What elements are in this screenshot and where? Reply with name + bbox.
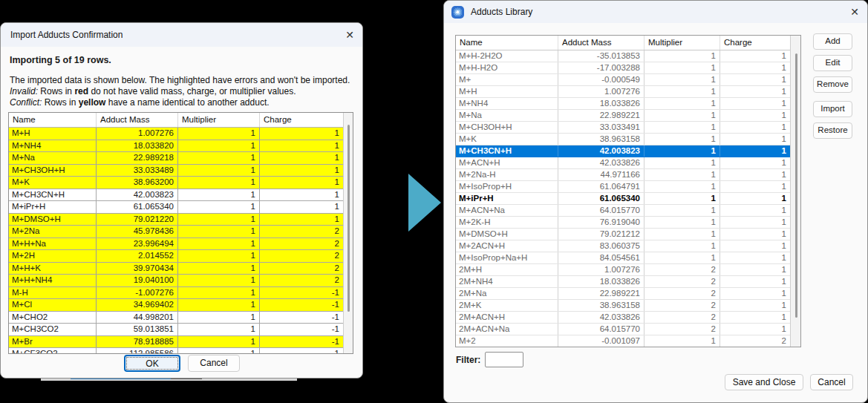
cell-name: M+Na [456,110,558,121]
table-row[interactable]: M+H1.00727611 [9,128,343,140]
add-button[interactable]: Add [813,33,852,50]
column-header-multiplier[interactable]: Multiplier [645,36,720,50]
cell-multiplier: 1 [178,152,260,164]
cell-charge: 1 [260,201,343,213]
table-row[interactable]: M+2Na-H44.97116611 [456,169,790,181]
table-row[interactable]: M+NH418.03382011 [9,140,343,153]
cell-name: M+ [456,74,558,85]
table-row[interactable]: M+H+K39.97043412 [9,263,343,275]
column-header-name[interactable]: Name [456,36,558,50]
table-row[interactable]: M+ACN+Na64.01577011 [456,205,790,217]
cell-charge: 1 [720,229,790,240]
table-row[interactable]: M+IsoProp+Na+H84.05456111 [456,252,790,264]
cell-name: M+CH3OH+H [456,122,558,133]
table-row[interactable]: M+Na22.98922111 [456,110,790,122]
dialog-titlebar[interactable]: Import Adducts Confirmation ✕ [1,23,362,47]
column-header-adduct-mass[interactable]: Adduct Mass [558,36,645,50]
vertical-scrollbar[interactable] [790,36,800,347]
column-header-adduct-mass[interactable]: Adduct Mass [97,113,178,127]
table-row[interactable]: M+2ACN+H83.06037511 [456,240,790,252]
remove-button[interactable]: Remove [813,76,852,93]
cell-name: M+CF3CO2 [9,348,97,353]
table-row[interactable]: M+H+NH419.04010012 [9,275,343,287]
table-row[interactable]: M+2-0.00109712 [456,335,790,347]
cell-name: M+2ACN+H [456,240,558,252]
table-row[interactable]: M+Na22.98921811 [9,152,343,165]
cell-mass: 18.033826 [558,98,645,109]
ok-button[interactable]: OK [124,355,180,372]
table-row[interactable]: M+2Na45.97843612 [9,226,343,238]
table-row[interactable]: 2M+NH418.03382621 [456,276,790,288]
close-icon[interactable]: ✕ [842,6,867,18]
table-row[interactable]: 2M+K38.96315821 [456,300,790,312]
edit-button[interactable]: Edit [813,55,852,71]
table-row[interactable]: M+NH418.03382611 [456,98,790,110]
close-icon[interactable]: ✕ [337,29,362,41]
table-row[interactable]: M+DMSO+H79.02122011 [9,214,343,226]
table-row[interactable]: M-H-1.0072761-1 [9,287,343,300]
table-row[interactable]: M+CF3CO2112.9855861-1 [9,348,343,353]
table-row[interactable]: M+ACN+H42.03382611 [456,157,790,169]
table-row[interactable]: M+CHO244.9982011-1 [9,312,343,324]
scrollbar-thumb[interactable] [795,53,797,318]
table-row[interactable]: M+CH3CO259.0138511-1 [9,324,343,336]
cell-multiplier: 1 [645,335,720,347]
cell-multiplier: 1 [645,98,720,109]
cell-name: M+ACN+Na [456,205,558,216]
table-row[interactable]: M+H1.00727611 [456,86,790,98]
table-row[interactable]: M+H-H2O-17.00328811 [456,62,790,74]
cell-name: M+Br [9,336,97,348]
table-row[interactable]: M+K38.96320011 [9,177,343,189]
cell-name: 2M+K [456,300,558,311]
column-header-name[interactable]: Name [9,113,97,127]
cell-charge: -1 [260,287,343,299]
cell-name: M-H [9,287,97,299]
cancel-button[interactable]: Cancel [810,374,853,390]
table-row[interactable]: M+CH3CN+H42.00382311 [456,145,790,157]
cell-name: 2M+H [456,264,558,275]
save-and-close-button[interactable]: Save and Close [725,374,803,390]
cell-charge: 1 [260,140,343,152]
table-row[interactable]: M+CH3OH+H33.03349111 [456,122,790,134]
table-row[interactable]: M+H-2H2O-35.01385311 [456,50,790,62]
cell-multiplier: 1 [178,287,260,299]
cell-name: M+IsoProp+H [456,181,558,192]
table-row[interactable]: 2M+ACN+Na64.01577021 [456,324,790,335]
column-header-charge[interactable]: Charge [720,36,790,50]
cell-charge: 1 [720,181,790,192]
table-row[interactable]: M+CH3OH+H33.03348911 [9,165,343,177]
cell-mass: 1.007276 [97,128,178,140]
table-row[interactable]: M+2H2.01455212 [9,250,343,263]
restore-button[interactable]: Restore [813,122,852,139]
table-row[interactable]: 2M+ACN+H42.03382621 [456,312,790,324]
cell-mass: 84.054561 [558,252,645,263]
table-row[interactable]: M+iPr+H61.06534011 [9,201,343,214]
cell-mass: 64.015770 [558,205,645,216]
column-header-charge[interactable]: Charge [260,113,343,127]
vertical-scrollbar[interactable] [343,113,353,353]
table-row[interactable]: M+Br78.9188851-1 [9,336,343,349]
table-row[interactable]: 2M+H1.00727621 [456,264,790,276]
table-row[interactable]: M+K38.96315811 [456,134,790,145]
table-row[interactable]: M+iPr+H61.06534011 [456,193,790,205]
cancel-button[interactable]: Cancel [188,355,240,372]
table-row[interactable]: 2M+Na22.98922121 [456,288,790,300]
cell-mass: 42.033826 [558,157,645,168]
scrollbar-thumb[interactable] [347,125,350,312]
table-row[interactable]: M+2K-H76.91904011 [456,217,790,229]
cell-mass: 38.963158 [558,134,645,145]
table-row[interactable]: M+H+Na23.99649412 [9,238,343,251]
table-header: Name Adduct Mass Multiplier Charge [456,36,790,50]
table-row[interactable]: M+DMSO+H79.02121211 [456,229,790,240]
filter-input[interactable] [485,352,523,367]
cell-charge: 1 [720,98,790,109]
table-row[interactable]: M+IsoProp+H61.06479111 [456,181,790,193]
column-header-multiplier[interactable]: Multiplier [178,113,260,127]
table-row[interactable]: M+Cl34.9694021-1 [9,299,343,312]
import-button[interactable]: Import [813,101,852,117]
cell-multiplier: 1 [645,86,720,97]
dialog-titlebar[interactable]: Adducts Library ✕ [444,1,867,23]
arrow-head [408,174,441,232]
table-row[interactable]: M+-0.00054911 [456,74,790,86]
table-row[interactable]: M+CH3CN+H42.00382311 [9,189,343,202]
